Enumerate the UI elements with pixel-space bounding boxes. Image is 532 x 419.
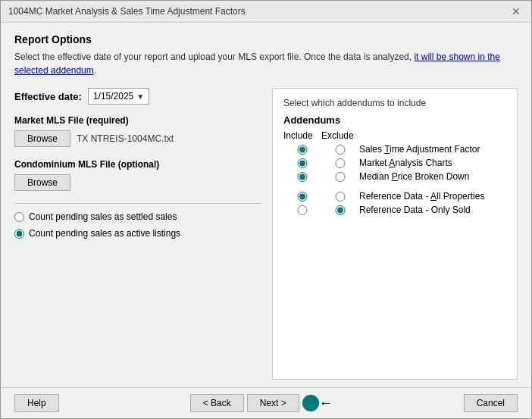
col-exclude-label: Exclude [321,130,359,141]
market-browse-row: Browse TX NTREIS-1004MC.txt [14,130,261,147]
addendum-market-charts-include[interactable] [283,158,321,168]
condo-browse-row: Browse [14,174,261,191]
page-title: Report Options [14,33,518,45]
radio-pending-settled-label: Count pending sales as settled sales [29,211,177,222]
addendum-ref-sold-exclude[interactable] [321,205,359,215]
addendum-median-price-include[interactable] [283,172,321,182]
effective-date-input[interactable]: 1/15/2025 ▼ [88,88,149,105]
addendum-row-median-price: Median Price Broken Down [283,171,506,182]
addendum-market-charts-exclude[interactable] [321,158,359,168]
addendum-median-price-exclude[interactable] [321,172,359,182]
radio-pending-active-input[interactable] [14,229,24,239]
radio-pending-active[interactable]: Count pending sales as active listings [14,228,261,239]
addendum-ref-sold-label: Reference Data - Only Sold [359,205,506,215]
divider [14,203,261,204]
addendums-title: Addendums [283,114,506,126]
description-text: Select the effective date of your report… [14,50,518,77]
right-panel: Select which addendums to include Addend… [272,88,518,380]
footer: Help < Back Next > ← Cancel [1,387,531,418]
addendum-ref-all-exclude[interactable] [321,192,359,202]
separator [283,185,506,191]
cursor-icon: ← [319,396,333,411]
condo-browse-button[interactable]: Browse [14,174,70,191]
next-indicator [302,395,319,411]
col-include-label: Include [283,130,321,141]
effective-date-row: Effective date: 1/15/2025 ▼ [14,88,261,105]
chevron-down-icon: ▼ [136,92,144,101]
market-browse-button[interactable]: Browse [14,130,70,147]
addendum-sales-time-exclude[interactable] [321,145,359,155]
pending-sales-options: Count pending sales as settled sales Cou… [14,211,261,239]
market-mls-section: Market MLS File (required) Browse TX NTR… [14,115,261,147]
right-panel-title: Select which addendums to include [283,98,506,108]
close-button[interactable]: ✕ [509,5,524,17]
addendum-row-market-charts: Market Analysis Charts [283,158,506,168]
radio-pending-settled-input[interactable] [14,212,24,222]
addendum-row-ref-sold: Reference Data - Only Sold [283,205,506,215]
footer-center: < Back Next > ← [190,394,333,412]
radio-pending-settled[interactable]: Count pending sales as settled sales [14,211,261,222]
next-btn-wrapper: Next > ← [247,394,333,412]
main-window: 1004MC Market Analysis & Sales Time Adju… [0,0,532,419]
col-name-label [359,130,506,141]
cancel-button[interactable]: Cancel [464,394,518,412]
left-panel: Effective date: 1/15/2025 ▼ Market MLS F… [14,88,272,380]
condo-mls-section: Condominium MLS File (optional) Browse [14,159,261,191]
condo-mls-title: Condominium MLS File (optional) [14,159,261,170]
addendum-median-price-label: Median Price Broken Down [359,171,506,182]
window-title: 1004MC Market Analysis & Sales Time Adju… [8,6,246,17]
addendum-ref-sold-include[interactable] [283,205,321,215]
title-bar: 1004MC Market Analysis & Sales Time Adju… [1,1,531,23]
addendum-row-ref-all: Reference Data - All Properties [283,191,506,202]
back-button[interactable]: < Back [190,394,244,412]
addendum-row-sales-time: Sales Time Adjustment Factor [283,144,506,155]
next-button[interactable]: Next > [247,394,299,412]
addendum-ref-all-label: Reference Data - All Properties [359,191,506,202]
main-area: Effective date: 1/15/2025 ▼ Market MLS F… [14,88,518,380]
market-file-name: TX NTREIS-1004MC.txt [77,133,174,144]
addendum-sales-time-include[interactable] [283,145,321,155]
market-mls-title: Market MLS File (required) [14,115,261,126]
content-area: Report Options Select the effective date… [1,23,531,387]
effective-date-value: 1/15/2025 [93,91,133,102]
addendum-market-charts-label: Market Analysis Charts [359,158,506,168]
addendum-sales-time-label: Sales Time Adjustment Factor [359,144,506,155]
addendums-header: Include Exclude [283,130,506,141]
addendum-ref-all-include[interactable] [283,192,321,202]
effective-date-label: Effective date: [14,91,82,102]
radio-pending-active-label: Count pending sales as active listings [29,228,180,239]
help-button[interactable]: Help [14,394,59,412]
